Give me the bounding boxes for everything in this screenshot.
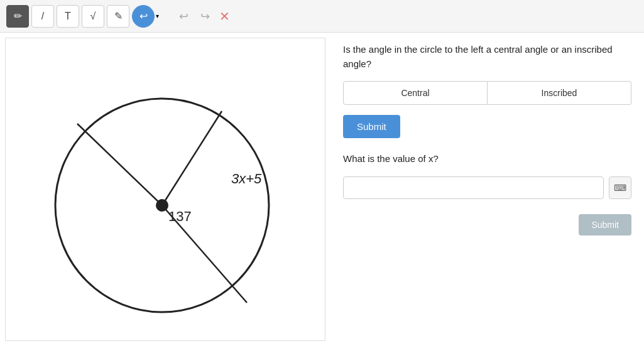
- angle-label: 3x+5: [231, 171, 262, 187]
- inscribed-button[interactable]: Inscribed: [488, 81, 631, 105]
- redo-button[interactable]: ↪: [195, 7, 214, 26]
- x-value-input[interactable]: [343, 176, 604, 199]
- line-button[interactable]: /: [31, 5, 54, 28]
- keyboard-button[interactable]: ⌨: [609, 176, 631, 199]
- submit-button-1[interactable]: Submit: [343, 115, 400, 138]
- submit-button-2[interactable]: Submit: [579, 214, 631, 235]
- question1-text: Is the angle in the circle to the left a…: [343, 43, 631, 71]
- circle-dropdown: ↩ ▾: [132, 5, 159, 28]
- canvas-area: 3x+5 137: [5, 38, 325, 341]
- dropdown-chevron[interactable]: ▾: [156, 13, 159, 19]
- submit-section: Submit: [343, 115, 631, 138]
- undo-button[interactable]: ↩: [174, 7, 193, 26]
- circle-button[interactable]: ↩: [132, 5, 155, 28]
- main-content: 3x+5 137 Is the angle in the circle to t…: [0, 33, 644, 346]
- center-angle-label: 137: [168, 208, 192, 224]
- question2-text: What is the value of x?: [343, 153, 631, 164]
- svg-line-2: [162, 111, 222, 205]
- close-button[interactable]: ✕: [219, 9, 230, 24]
- answer-options: Central Inscribed: [343, 81, 631, 105]
- svg-line-3: [77, 124, 162, 205]
- sqrt-button[interactable]: √: [82, 5, 104, 28]
- central-button[interactable]: Central: [343, 81, 488, 105]
- text-button[interactable]: T: [57, 5, 79, 28]
- diagram-svg: 3x+5 137: [40, 61, 291, 318]
- pencil-button[interactable]: ✏: [6, 5, 29, 28]
- right-panel: Is the angle in the circle to the left a…: [330, 33, 644, 346]
- eraser-button[interactable]: ✎: [107, 5, 129, 28]
- toolbar: ✏ / T √ ✎ ↩ ▾ ↩ ↪ ✕: [0, 0, 644, 33]
- submit-section-2: Submit: [343, 209, 631, 235]
- input-row: ⌨: [343, 176, 631, 199]
